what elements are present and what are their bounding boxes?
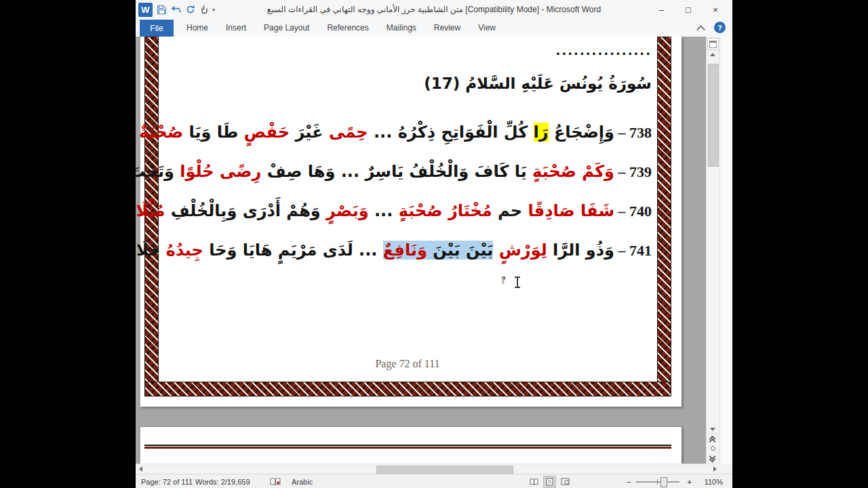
tab-references[interactable]: References bbox=[318, 19, 377, 37]
quick-access-toolbar: W ▾ bbox=[138, 0, 215, 19]
status-page-indicator[interactable]: Page: 72 of 111 bbox=[141, 474, 193, 488]
minimize-button[interactable]: – bbox=[651, 0, 671, 19]
save-icon[interactable] bbox=[157, 3, 167, 16]
verse-segment: وَذُو الرَّا bbox=[547, 241, 614, 260]
scrollbar-corner bbox=[720, 464, 732, 474]
verse-number: 739 – bbox=[614, 163, 652, 180]
read-mode-icon[interactable] bbox=[528, 476, 540, 487]
browse-object-controls bbox=[707, 433, 719, 464]
customize-qat-dropdown-icon[interactable]: ▾ bbox=[212, 3, 215, 16]
view-shortcuts bbox=[528, 474, 571, 488]
verses: 738 – وَإِضْجَاعُ رَا كُلِّ الْفَوَاتِحِ… bbox=[163, 113, 652, 270]
verse-line: 738 – وَإِضْجَاعُ رَا كُلِّ الْفَوَاتِحِ… bbox=[163, 113, 652, 152]
proofing-error-icon[interactable] bbox=[270, 474, 281, 488]
verse-segment: وَبَصْرٍ bbox=[326, 201, 369, 220]
next-page-top[interactable] bbox=[140, 427, 682, 464]
verse-segment: ... bbox=[369, 201, 399, 220]
surah-heading: سُورَةُ يُونُسَ عَلَيْهِ السَّلامُ (17) bbox=[424, 75, 652, 92]
status-language[interactable]: Arabic bbox=[292, 474, 313, 488]
zoom-slider[interactable] bbox=[636, 474, 679, 488]
select-browse-object-icon[interactable] bbox=[711, 446, 715, 451]
horizontal-scroll-thumb[interactable] bbox=[376, 466, 513, 474]
verse-segment: ... لَدَى مَرْيَمٍ هَايَا وَحَا bbox=[203, 241, 383, 260]
status-word-count[interactable]: Words: 2/19,659 bbox=[195, 474, 250, 488]
page-content: ................ سُورَةُ يُونُسَ عَلَيْه… bbox=[163, 37, 652, 407]
zoom-in-icon[interactable]: + bbox=[688, 474, 692, 488]
touch-mode-icon[interactable] bbox=[199, 3, 208, 16]
zoom-level[interactable]: 110% bbox=[705, 474, 723, 488]
scroll-down-icon[interactable] bbox=[710, 428, 715, 431]
ruler-toggle-icon[interactable] bbox=[707, 38, 719, 50]
document-page[interactable]: ................ سُورَةُ يُونُسَ عَلَيْه… bbox=[140, 37, 682, 407]
vertical-scrollbar[interactable] bbox=[706, 37, 720, 464]
title-bar: W ▾ متن الشاطبية حرز الأماني ووجه التهان… bbox=[136, 0, 732, 20]
repeat-icon[interactable] bbox=[186, 3, 195, 16]
collapse-ribbon-icon[interactable] bbox=[696, 25, 705, 34]
ribbon-tabs: Home Insert Page Layout References Maili… bbox=[178, 19, 505, 37]
next-page-icon[interactable] bbox=[710, 454, 715, 460]
verse-number: 741 – bbox=[614, 242, 652, 259]
text-cursor-icon bbox=[514, 277, 521, 288]
verse-segment: طَا وَيَا bbox=[183, 123, 244, 142]
screenshot-stage: W ▾ متن الشاطبية حرز الأماني ووجه التهان… bbox=[0, 0, 868, 488]
zoom-slider-thumb[interactable] bbox=[660, 477, 667, 487]
verse-segment: وَإِضْجَاعُ bbox=[549, 123, 614, 142]
window-controls: – □ × bbox=[644, 0, 726, 19]
word-logo-icon[interactable]: W bbox=[138, 3, 153, 17]
verse-segment: مُخْتَارُ صُحْبَةٍ bbox=[399, 201, 492, 220]
verse-segment: وَتَحْتَ bbox=[136, 162, 180, 181]
verse-segment: كُلِّ الْفَوَاتِحِ ذِكْرُهُ ... bbox=[368, 123, 534, 142]
scroll-right-icon[interactable] bbox=[713, 466, 717, 472]
verse-segment: مُثِّلَا bbox=[136, 201, 165, 220]
tab-home[interactable]: Home bbox=[178, 19, 217, 37]
verse-segment: وَنَافِعٌ bbox=[383, 241, 427, 260]
vertical-scroll-thumb[interactable] bbox=[708, 64, 719, 167]
verse-segment: يَا كَافَ وَالْخُلْفُ يَاسِرٌ ... وَهَا … bbox=[261, 162, 532, 181]
next-page-ornament-edge bbox=[144, 445, 671, 449]
horizontal-scrollbar[interactable] bbox=[136, 464, 720, 474]
verse-line: 741 – وَذُو الرَّا لِوَرْشٍ بَيْنَ بَيْن… bbox=[163, 230, 652, 270]
tab-view[interactable]: View bbox=[469, 19, 505, 37]
ribbon-tab-row: File Home Insert Page Layout References … bbox=[136, 19, 732, 37]
tab-mailings[interactable]: Mailings bbox=[378, 19, 425, 37]
verse-segment bbox=[214, 162, 220, 181]
tab-file[interactable]: File bbox=[140, 20, 174, 37]
paragraph-mark: ¶ bbox=[501, 275, 505, 285]
verse-segment: حُلْوًا bbox=[180, 162, 214, 181]
verse-line: 740 – شَفَا صَادِقًا حم مُخْتَارُ صُحْبَ… bbox=[163, 191, 652, 230]
verse-segment: رِضًى bbox=[220, 162, 261, 181]
print-layout-icon[interactable] bbox=[543, 476, 556, 488]
zoom-out-icon[interactable]: – bbox=[627, 474, 631, 488]
verse-segment: بَيْنَ بَيْنَ bbox=[427, 241, 494, 260]
status-bar: Page: 72 of 111 Words: 2/19,659 Arabic – bbox=[136, 474, 732, 488]
verse-segment: غَيْرَ bbox=[290, 123, 329, 142]
verse-number: 738 – bbox=[614, 124, 652, 141]
verse-segment: جِيدُهُ bbox=[166, 241, 203, 260]
web-layout-icon[interactable] bbox=[559, 476, 571, 487]
word-window: W ▾ متن الشاطبية حرز الأماني ووجه التهان… bbox=[136, 0, 732, 488]
tab-review[interactable]: Review bbox=[425, 19, 469, 37]
verse-segment bbox=[493, 241, 498, 260]
previous-page-icon[interactable] bbox=[710, 436, 715, 442]
verse-segment: وَهُمْ أَدْرَى وَبِالْخُلْفِ bbox=[165, 201, 326, 220]
verse-segment: حَلَا bbox=[136, 241, 166, 260]
undo-icon[interactable] bbox=[171, 3, 182, 16]
verse-segment: حِمًى bbox=[329, 123, 368, 142]
verse-segment: شَفَا صَادِقًا bbox=[528, 201, 615, 220]
tab-insert[interactable]: Insert bbox=[217, 19, 255, 37]
verse-segment: حَفْصٍ bbox=[244, 123, 290, 142]
verse-segment: صُحْبَةٌ bbox=[139, 123, 183, 142]
verse-segment: لِوَرْشٍ bbox=[499, 241, 547, 260]
verse-segment: وَكَمْ صُحْبَةٍ bbox=[532, 162, 614, 181]
verse-line: 739 – وَكَمْ صُحْبَةٍ يَا كَافَ وَالْخُل… bbox=[163, 152, 652, 191]
maximize-button[interactable]: □ bbox=[678, 0, 698, 19]
window-edge-strip bbox=[720, 37, 732, 464]
tab-page-layout[interactable]: Page Layout bbox=[255, 19, 318, 37]
close-button[interactable]: × bbox=[705, 0, 726, 19]
window-title: متن الشاطبية حرز الأماني ووجه التهاني في… bbox=[227, 0, 641, 19]
scroll-left-icon[interactable] bbox=[139, 466, 142, 472]
ornament-border-right bbox=[657, 37, 671, 396]
help-icon[interactable]: ? bbox=[714, 22, 726, 33]
page-number-footer: Page 72 of 111 bbox=[163, 358, 652, 370]
scroll-up-icon[interactable] bbox=[710, 53, 715, 56]
